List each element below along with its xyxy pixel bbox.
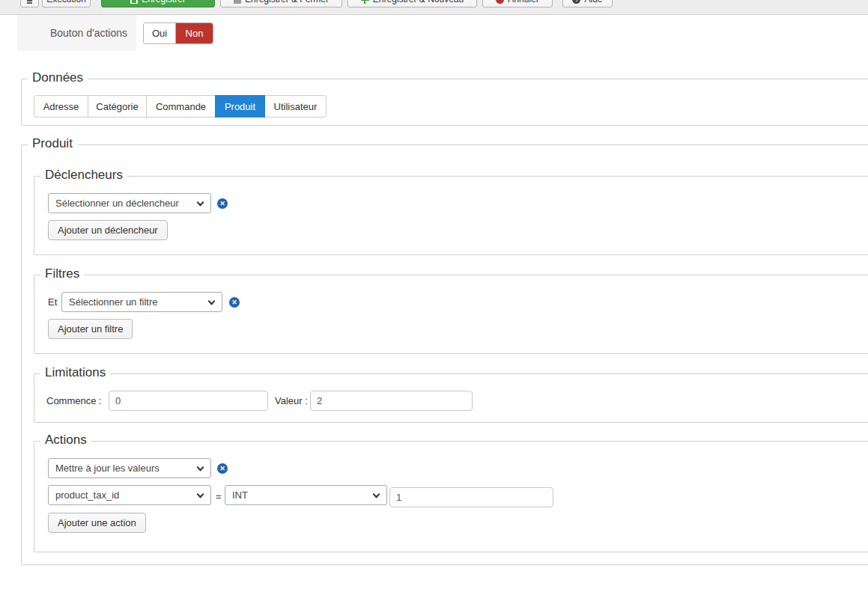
add-trigger-button[interactable]: Ajouter un déclencheur <box>48 220 168 240</box>
filtres-legend: Filtres <box>40 266 84 281</box>
declencheurs-legend: Déclencheurs <box>40 168 127 183</box>
equals-label: = <box>216 486 222 507</box>
save-button[interactable]: Enregistrer <box>101 0 215 7</box>
produit-fieldset: Produit Déclencheurs Sélectionner un déc… <box>21 144 868 565</box>
chevron-down-icon <box>197 198 204 206</box>
save-new-button[interactable]: Enregistrer & Nouveau <box>347 0 477 7</box>
action-button-row-label: Bouton d'actions <box>17 15 136 51</box>
plus-icon <box>361 0 369 4</box>
help-button[interactable]: ? Aide <box>562 0 613 7</box>
value-input[interactable] <box>310 391 473 411</box>
chevron-down-icon <box>208 297 216 305</box>
tab-adresse[interactable]: Adresse <box>34 95 88 118</box>
remove-filter-icon[interactable] <box>229 297 240 308</box>
save-close-icon <box>234 0 241 4</box>
add-action-button[interactable]: Ajouter une action <box>48 513 146 533</box>
menu-button[interactable] <box>20 0 39 7</box>
cancel-button[interactable]: Annuler <box>482 0 553 7</box>
page: Exécution Enregistrer Enregistrer & Ferm… <box>0 0 868 595</box>
remove-trigger-icon[interactable] <box>217 198 228 209</box>
action-value-input[interactable] <box>389 487 553 507</box>
hamburger-icon <box>27 0 32 4</box>
tab-categorie[interactable]: Catégorie <box>88 95 147 118</box>
actions-legend: Actions <box>40 433 91 448</box>
declencheurs-fieldset: Déclencheurs Sélectionner un déclencheur… <box>34 176 868 255</box>
cancel-icon <box>496 0 504 4</box>
chevron-down-icon <box>197 490 204 498</box>
action-field-select[interactable]: product_tax_id <box>48 485 211 505</box>
add-filter-button[interactable]: Ajouter un filtre <box>48 319 133 339</box>
action-button-toggle: Oui Non <box>144 23 213 43</box>
limitations-legend: Limitations <box>40 365 110 380</box>
action-value-type-select[interactable]: INT <box>225 485 387 505</box>
limitations-fieldset: Limitations Commence : Valeur : <box>34 373 868 423</box>
start-input[interactable] <box>109 391 268 411</box>
entity-tabs: Adresse Catégorie Commande Produit Utili… <box>34 95 327 118</box>
filtres-fieldset: Filtres Et Sélectionner un filtre Ajoute… <box>34 275 868 354</box>
action-type-select[interactable]: Mettre à jour les valeurs <box>48 458 211 478</box>
remove-action-icon[interactable] <box>217 463 228 474</box>
save-close-button-label: Enregistrer & Fermer <box>245 0 329 4</box>
tab-commande[interactable]: Commande <box>146 95 216 118</box>
toggle-no-button[interactable]: Non <box>176 23 213 43</box>
save-icon <box>130 0 138 4</box>
donnees-legend: Données <box>28 70 88 85</box>
tab-produit[interactable]: Produit <box>215 95 265 118</box>
toggle-yes-button[interactable]: Oui <box>144 23 176 43</box>
chevron-down-icon <box>197 463 204 471</box>
chevron-down-icon <box>373 490 380 498</box>
help-icon: ? <box>572 0 580 4</box>
start-label: Commence : <box>46 391 102 411</box>
save-button-label: Enregistrer <box>142 0 186 4</box>
donnees-fieldset: Données Adresse Catégorie Commande Produ… <box>21 79 868 126</box>
filter-select[interactable]: Sélectionner un filtre <box>61 292 222 312</box>
save-new-button-label: Enregistrer & Nouveau <box>373 0 464 4</box>
execution-button[interactable]: Exécution <box>42 0 91 7</box>
tab-utilisateur[interactable]: Utilisateur <box>264 95 327 118</box>
help-button-label: Aide <box>584 0 602 4</box>
toolbar: Exécution Enregistrer Enregistrer & Ferm… <box>0 0 868 15</box>
trigger-select[interactable]: Sélectionner un déclencheur <box>48 193 211 213</box>
cancel-button-label: Annuler <box>508 0 538 4</box>
filter-operator-label: Et <box>48 292 57 312</box>
actions-fieldset: Actions Mettre à jour les valeurs produc… <box>34 441 868 552</box>
produit-legend: Produit <box>28 136 77 151</box>
execution-button-label: Exécution <box>46 0 86 4</box>
save-close-button[interactable]: Enregistrer & Fermer <box>220 0 342 7</box>
value-label: Valeur : <box>275 391 308 411</box>
